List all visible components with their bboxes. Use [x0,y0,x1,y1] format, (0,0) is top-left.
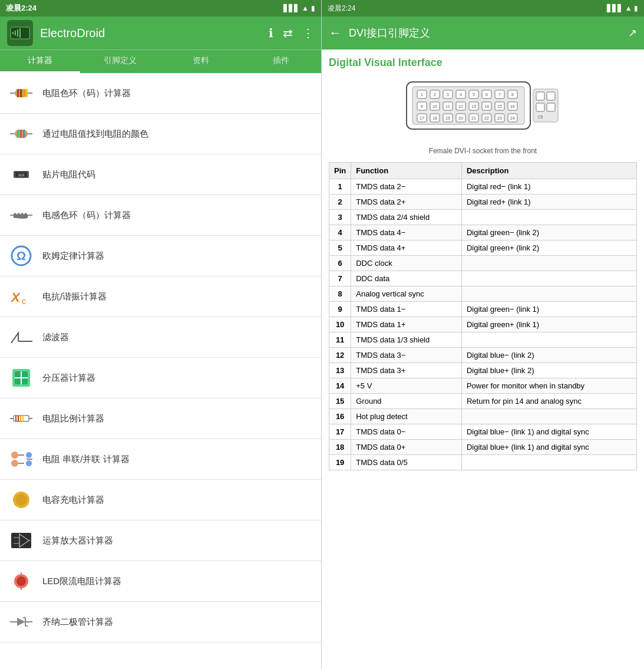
diagram-caption: Female DVI-I socket from the front [329,147,637,155]
svg-text:C5: C5 [537,115,543,119]
left-status-icons: ▋▋▋ ▲ ▮ [283,4,315,12]
list-item[interactable]: 电感色环（码）计算器 [0,195,321,236]
right-status-bar: 凌晨2:24 ▋▋▋ ▲ ▮ [322,0,644,17]
pin-function: TMDS data 4+ [351,240,462,256]
list-item[interactable]: 电容充电计算器 [0,480,321,520]
pin-description [461,286,636,302]
svg-rect-16 [23,130,25,138]
right-content: Digital Visual Interface 1 2 3 4 [322,50,644,669]
menu-text: 通过电阻值找到电阻的颜色 [42,128,148,140]
more-icon[interactable]: ⋮ [302,26,314,40]
battery-icon: ▮ [311,4,315,12]
menu-text: 电阻 串联/并联 计算器 [42,454,130,465]
zener-diode-icon [9,610,33,634]
pin-function: DDC clock [351,256,462,271]
pin-function: TMDS data 2+ [351,195,462,210]
menu-text: 分压器计算器 [42,373,95,384]
app-logo [7,20,33,46]
svg-rect-10 [26,89,28,97]
list-item[interactable]: 103 贴片电阻代码 [0,154,321,195]
inductor-color-icon [9,203,33,227]
table-row: 11 TMDS data 1/3 shield [329,332,637,348]
dvi-diagram: 1 2 3 4 5 6 7 8 [329,76,637,141]
pin-description: Digital green− (link 1) [461,302,636,317]
pin-number: 6 [329,256,351,271]
list-item[interactable]: 滤波器 [0,317,321,358]
svg-text:23: 23 [497,116,502,120]
pin-number: 4 [329,225,351,240]
menu-text: 电抗/谐振计算器 [42,291,107,302]
list-item[interactable]: LED限流电阻计算器 [0,561,321,602]
app-bar-icons: ℹ ⇄ ⋮ [269,26,314,40]
svg-text:7: 7 [498,93,501,97]
sync-icon[interactable]: ⇄ [283,26,293,40]
tab-data[interactable]: 资料 [161,50,241,73]
list-item[interactable]: 电阻色环（码）计算器 [0,73,321,114]
list-item[interactable]: 电阻 串联/并联 计算器 [0,439,321,480]
col-header-description: Description [461,163,636,179]
share-button[interactable]: ↗ [628,27,637,39]
pin-function: TMDS data 0− [351,424,462,440]
pin-description: Digital blue− (link 1) and digital sync [461,424,636,440]
svg-point-54 [16,576,26,586]
svg-point-40 [11,460,18,467]
info-icon[interactable]: ℹ [269,26,273,40]
list-item[interactable]: 齐纳二极管计算器 [0,602,321,642]
svg-point-47 [15,494,27,506]
pin-description: Digital green+ (link 1) [461,317,636,332]
pin-description: Return for pin 14 and analog sync [461,394,636,409]
svg-text:11: 11 [445,104,450,108]
svg-text:14: 14 [484,104,489,108]
right-time: 凌晨2:24 [328,4,355,14]
menu-text: 电容充电计算器 [42,495,104,506]
pin-number: 1 [329,179,351,195]
col-header-function: Function [351,163,462,179]
list-item[interactable]: Ω 欧姆定律计算器 [0,236,321,276]
pin-number: 5 [329,240,351,256]
tab-pin-definition[interactable]: 引脚定义 [80,50,160,73]
svg-text:21: 21 [471,116,476,120]
svg-text:16: 16 [510,104,515,108]
pin-number: 10 [329,317,351,332]
left-panel: 凌晨2:24 ▋▋▋ ▲ ▮ ElectroDroid ℹ ⇄ ⋮ 计算器 引脚… [0,0,322,669]
list-item[interactable]: X c 电抗/谐振计算器 [0,276,321,317]
svg-text:103: 103 [18,173,25,177]
table-row: 3 TMDS data 2/4 shield [329,210,637,225]
menu-text: 电阻色环（码）计算器 [42,88,131,99]
pin-function: TMDS data 1− [351,302,462,317]
signal-icon: ▋▋▋ [283,4,299,12]
list-item[interactable]: 分压器计算器 [0,358,321,398]
opamp-icon [9,529,33,552]
tab-plugin[interactable]: 插件 [241,50,321,73]
pin-function: DDC data [351,271,462,286]
table-row: 10 TMDS data 1+ Digital green+ (link 1) [329,317,637,332]
pin-function: Analog vertical sync [351,286,462,302]
table-row: 19 TMDS data 0/5 [329,455,637,470]
svg-text:18: 18 [432,116,437,120]
pin-number: 12 [329,348,351,363]
pin-function: TMDS data 1/3 shield [351,332,462,348]
table-row: 16 Hot plug detect [329,409,637,424]
pin-number: 3 [329,210,351,225]
pin-description: Digital green+ (link 2) [461,240,636,256]
back-button[interactable]: ← [329,25,342,41]
svg-text:Ω: Ω [16,249,26,262]
tab-calculator[interactable]: 计算器 [0,50,80,73]
list-item[interactable]: 电阻比例计算器 [0,398,321,439]
pin-number: 2 [329,195,351,210]
menu-list: 电阻色环（码）计算器 通过电阻值找到电阻的颜色 10 [0,73,321,669]
svg-text:4: 4 [460,93,462,97]
svg-rect-114 [536,92,544,100]
svg-text:24: 24 [510,116,515,120]
pin-description [461,256,636,271]
svg-rect-115 [547,92,555,100]
app-title: ElectroDroid [40,27,262,40]
list-item[interactable]: 通过电阻值找到电阻的颜色 [0,114,321,154]
reactance-icon: X c [9,285,33,308]
filter-icon [9,325,33,349]
pin-function: TMDS data 0/5 [351,455,462,470]
pin-number: 18 [329,440,351,455]
list-item[interactable]: 运算放大器计算器 [0,520,321,561]
svg-text:20: 20 [458,116,463,120]
svg-rect-117 [547,103,555,111]
